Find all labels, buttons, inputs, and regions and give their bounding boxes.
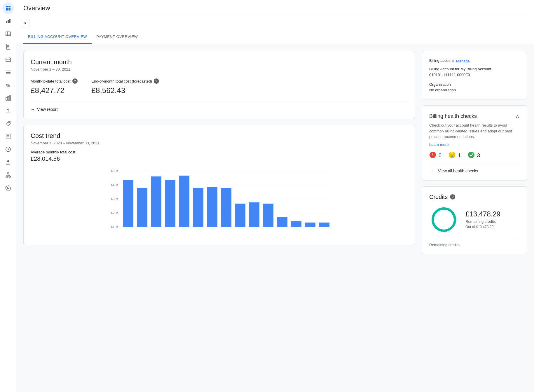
success-icon	[468, 151, 475, 160]
sidebar-icon-grid[interactable]	[2, 2, 14, 14]
cost-trend-subtitle: November 1, 2020 – November 30, 2021	[31, 141, 408, 145]
remaining-credits-footer: Remaining credits	[429, 239, 520, 247]
svg-rect-22	[6, 71, 11, 71]
sidebar-icon-upload[interactable]	[2, 105, 14, 117]
svg-rect-1	[8, 6, 11, 7]
bar-12	[277, 217, 287, 227]
view-all-health-link[interactable]: → View all health checks	[429, 169, 520, 173]
sidebar: %	[0, 0, 16, 392]
sidebar-icon-list[interactable]	[2, 66, 14, 78]
cost-trend-card: Cost trend November 1, 2020 – November 3…	[23, 125, 415, 245]
bar-14	[305, 223, 315, 227]
learn-more-link[interactable]: Learn more	[429, 142, 449, 147]
cost-trend-chart: £50K £40K £30K £20K £10K	[31, 168, 408, 238]
health-indicators: ! 0 💡 1	[429, 151, 520, 160]
sidebar-icon-table[interactable]	[2, 28, 14, 40]
current-month-card: Current month November 1 – 30, 2021 Mont…	[23, 51, 415, 119]
main-area: Overview ▾ Billing Account Overview Paym…	[16, 0, 534, 392]
bar-4	[165, 180, 175, 227]
bar-7	[207, 187, 217, 227]
sidebar-icon-barchart[interactable]	[2, 15, 14, 27]
svg-rect-24	[6, 74, 11, 74]
manage-link[interactable]: Manage	[456, 59, 470, 63]
svg-text:%: %	[6, 83, 10, 88]
svg-text:💡: 💡	[449, 152, 455, 157]
svg-point-47	[7, 187, 9, 189]
account-dropdown[interactable]: ▾	[21, 19, 29, 27]
svg-text:£30K: £30K	[111, 197, 118, 201]
error-count: 0	[439, 153, 441, 159]
month-to-date-label: Month-to-date total cost ?	[31, 78, 78, 84]
sidebar-icon-person[interactable]	[2, 156, 14, 168]
svg-rect-18	[6, 58, 11, 62]
health-divider	[429, 165, 520, 165]
nav-tabs: Billing Account Overview Payment Overvie…	[16, 30, 534, 44]
topbar: Overview	[16, 0, 534, 16]
svg-rect-42	[9, 176, 11, 177]
sidebar-icon-budget[interactable]	[2, 54, 14, 65]
left-column: Current month November 1 – 30, 2021 Mont…	[23, 51, 415, 254]
success-count: 3	[477, 153, 480, 159]
svg-text:£50K: £50K	[111, 169, 118, 173]
content: Current month November 1 – 30, 2021 Mont…	[16, 44, 534, 392]
end-of-month-label: End-of-month total cost (forecasted) ?	[92, 78, 159, 84]
sidebar-icon-clock[interactable]	[2, 144, 14, 155]
sidebar-icon-org[interactable]	[2, 169, 14, 181]
svg-point-39	[7, 160, 9, 162]
remaining-credits-label: Remaining credits	[465, 219, 500, 224]
bar-2	[137, 188, 147, 227]
month-to-date: Month-to-date total cost ? £8,427.72	[31, 78, 78, 95]
view-report-link[interactable]: → View report	[31, 107, 408, 112]
svg-point-63	[468, 152, 474, 158]
month-to-date-value: £8,427.72	[31, 86, 78, 95]
arrow-right-health-icon: →	[429, 169, 433, 173]
arrow-right-icon: →	[31, 107, 35, 112]
health-checks-header: Billing health checks ∧	[429, 113, 520, 120]
bar-15	[319, 223, 329, 227]
credits-help-icon[interactable]: ?	[450, 194, 455, 200]
month-to-date-help-icon[interactable]: ?	[72, 78, 78, 84]
chart-container: £50K £40K £30K £20K £10K	[31, 168, 408, 238]
svg-rect-4	[6, 9, 8, 10]
right-column: Billing account Manage Billing Account f…	[422, 51, 527, 254]
svg-rect-8	[9, 19, 11, 23]
tab-payment[interactable]: Payment Overview	[92, 30, 142, 44]
sidebar-icon-billing[interactable]	[2, 131, 14, 142]
sidebar-icon-percent[interactable]: %	[2, 79, 14, 91]
donut-chart	[429, 205, 458, 234]
health-checks-description: Check out your account health results to…	[429, 123, 520, 140]
sidebar-icon-label[interactable]	[2, 118, 14, 130]
credits-header: Credits ?	[429, 194, 520, 200]
cost-trend-title: Cost trend	[31, 132, 408, 140]
error-indicator: ! 0	[429, 151, 441, 160]
collapse-icon[interactable]: ∧	[515, 113, 520, 120]
credits-body: £13,478.29 Remaining credits Out of £13,…	[429, 205, 520, 234]
svg-rect-23	[6, 72, 11, 73]
sidebar-icon-report[interactable]	[2, 41, 14, 52]
sidebar-icon-analytics[interactable]	[2, 92, 14, 104]
credits-amount: £13,478.29	[465, 210, 500, 218]
credits-title: Credits	[429, 194, 448, 200]
warning-icon: 💡	[449, 151, 456, 160]
end-of-month-help-icon[interactable]: ?	[154, 78, 159, 84]
warning-indicator: 💡 1	[449, 151, 461, 160]
success-indicator: 3	[468, 151, 480, 160]
org-label: Organization	[429, 82, 520, 87]
svg-text:£40K: £40K	[111, 183, 118, 187]
bar-13	[291, 221, 301, 227]
divider	[31, 102, 408, 102]
tab-billing-account[interactable]: Billing Account Overview	[23, 30, 92, 44]
sidebar-icon-settings[interactable]	[2, 182, 14, 194]
health-checks-card: Billing health checks ∧ Check out your a…	[422, 105, 527, 181]
svg-rect-40	[7, 173, 9, 174]
credits-out-of: Out of £13,478.29	[465, 225, 500, 229]
bar-5	[179, 176, 189, 227]
bar-8	[221, 188, 231, 227]
svg-rect-28	[9, 96, 11, 100]
svg-text:!: !	[432, 153, 434, 157]
account-name: Billing Account for My Billing Account, …	[429, 66, 520, 78]
bar-11	[263, 204, 273, 227]
error-icon: !	[429, 151, 436, 160]
avg-cost-value: £28,014.56	[31, 155, 408, 162]
bar-10	[249, 202, 259, 227]
